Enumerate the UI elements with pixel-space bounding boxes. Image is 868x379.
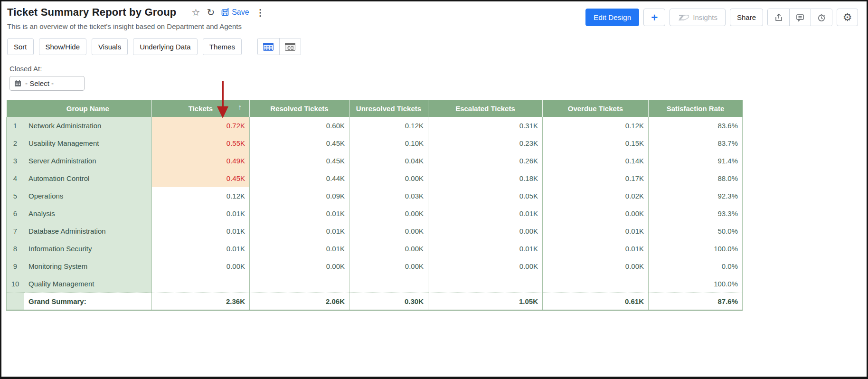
cell-satisfaction[interactable]: 83.7% xyxy=(649,134,743,152)
toolbar-button-visuals[interactable]: Visuals xyxy=(92,38,128,55)
cell-group-name[interactable]: Analysis xyxy=(24,205,152,222)
report-tools-group xyxy=(767,9,832,26)
toolbar-button-show-hide[interactable]: Show/Hide xyxy=(39,38,87,55)
toolbar-button-themes[interactable]: Themes xyxy=(203,38,242,55)
favorite-star-icon[interactable]: ☆ xyxy=(191,8,200,17)
cell-overdue[interactable]: 0.02K xyxy=(543,187,649,205)
cell-escalated[interactable]: 0.26K xyxy=(428,152,543,170)
cell-group-name[interactable]: Automation Control xyxy=(24,170,152,187)
cell-tickets[interactable]: 0.01K xyxy=(152,240,250,257)
column-header-escalated-tickets[interactable]: Escalated Tickets xyxy=(428,100,543,117)
cell-tickets[interactable] xyxy=(152,275,250,293)
cell-resolved[interactable]: 0.01K xyxy=(250,222,349,240)
cell-group-name[interactable]: Network Administration xyxy=(24,117,152,134)
cell-overdue[interactable]: 0.15K xyxy=(543,134,649,152)
cell-tickets[interactable]: 0.72K xyxy=(152,117,250,134)
cell-resolved[interactable]: 0.45K xyxy=(250,152,349,170)
column-header-overdue-tickets[interactable]: Overdue Tickets xyxy=(543,100,649,117)
cell-group-name[interactable]: Information Security xyxy=(24,240,152,257)
cell-overdue[interactable]: 0.01K xyxy=(543,240,649,257)
cell-resolved[interactable]: 0.09K xyxy=(250,187,349,205)
cell-unresolved[interactable] xyxy=(349,275,428,293)
cell-escalated[interactable]: 0.01K xyxy=(428,205,543,222)
cell-satisfaction[interactable]: 92.3% xyxy=(649,187,743,205)
cell-escalated[interactable]: 0.23K xyxy=(428,134,543,152)
share-button[interactable]: Share xyxy=(730,9,763,26)
column-header-satisfaction-rate[interactable]: Satisfaction Rate xyxy=(649,100,743,117)
cell-tickets[interactable]: 0.55K xyxy=(152,134,250,152)
cell-group-name[interactable]: Usability Management xyxy=(24,134,152,152)
refresh-icon[interactable]: ↻ xyxy=(207,8,215,17)
cell-tickets[interactable]: 0.00K xyxy=(152,257,250,275)
cell-escalated[interactable]: 0.05K xyxy=(428,187,543,205)
report-toolbar: SortShow/HideVisualsUnderlying DataTheme… xyxy=(7,38,860,55)
settings-gear-icon[interactable]: ⚙ xyxy=(837,9,858,26)
closed-at-select[interactable]: - Select - xyxy=(9,76,85,91)
cell-escalated[interactable]: 0.00K xyxy=(428,222,543,240)
cell-satisfaction[interactable]: 100.0% xyxy=(649,240,743,257)
cell-unresolved[interactable]: 0.00K xyxy=(349,170,428,187)
cell-satisfaction[interactable]: 93.3% xyxy=(649,205,743,222)
cell-satisfaction[interactable]: 50.0% xyxy=(649,222,743,240)
cell-overdue[interactable]: 0.00K xyxy=(543,205,649,222)
cell-overdue[interactable]: 0.00K xyxy=(543,257,649,275)
cell-unresolved[interactable]: 0.04K xyxy=(349,152,428,170)
cell-unresolved[interactable]: 0.00K xyxy=(349,257,428,275)
cell-overdue[interactable]: 0.17K xyxy=(543,170,649,187)
column-header-resolved-tickets[interactable]: Resolved Tickets xyxy=(250,100,349,117)
cell-satisfaction[interactable]: 100.0% xyxy=(649,275,743,293)
cell-group-name[interactable]: Server Administration xyxy=(24,152,152,170)
cell-group-name[interactable]: Quality Management xyxy=(24,275,152,293)
cell-unresolved[interactable]: 0.00K xyxy=(349,205,428,222)
zia-insights-button[interactable]: Insights xyxy=(670,9,726,26)
cell-escalated[interactable] xyxy=(428,275,543,293)
summary-view-icon[interactable] xyxy=(279,38,301,55)
cell-resolved[interactable] xyxy=(250,275,349,293)
column-header-tickets[interactable]: Tickets↑ xyxy=(152,100,250,117)
cell-escalated[interactable]: 0.01K xyxy=(428,240,543,257)
edit-design-button[interactable]: Edit Design xyxy=(585,9,639,26)
toolbar-button-sort[interactable]: Sort xyxy=(7,38,34,55)
cell-satisfaction[interactable]: 0.0% xyxy=(649,257,743,275)
cell-satisfaction[interactable]: 91.4% xyxy=(649,152,743,170)
cell-resolved[interactable]: 0.45K xyxy=(250,134,349,152)
cell-escalated[interactable]: 0.31K xyxy=(428,117,543,134)
alert-clock-icon[interactable] xyxy=(811,9,832,26)
cell-group-name[interactable]: Monitoring System xyxy=(24,257,152,275)
sort-ascending-icon[interactable]: ↑ xyxy=(238,103,242,112)
export-icon[interactable] xyxy=(768,9,789,26)
cell-unresolved[interactable]: 0.00K xyxy=(349,240,428,257)
table-view-icon[interactable] xyxy=(258,38,279,55)
cell-escalated[interactable]: 0.18K xyxy=(428,170,543,187)
toolbar-button-underlying-data[interactable]: Underlying Data xyxy=(133,38,198,55)
column-header-group-name[interactable]: Group Name xyxy=(24,100,152,117)
cell-tickets[interactable]: 0.12K xyxy=(152,187,250,205)
cell-tickets[interactable]: 0.49K xyxy=(152,152,250,170)
cell-unresolved[interactable]: 0.03K xyxy=(349,187,428,205)
save-button[interactable]: * Save xyxy=(221,8,249,17)
cell-unresolved[interactable]: 0.00K xyxy=(349,222,428,240)
cell-resolved[interactable]: 0.01K xyxy=(250,240,349,257)
cell-overdue[interactable]: 0.14K xyxy=(543,152,649,170)
kebab-menu-icon[interactable]: ⋮ xyxy=(256,8,265,17)
cell-escalated[interactable]: 0.00K xyxy=(428,257,543,275)
cell-overdue[interactable]: 0.01K xyxy=(543,222,649,240)
cell-resolved[interactable]: 0.44K xyxy=(250,170,349,187)
cell-resolved[interactable]: 0.60K xyxy=(250,117,349,134)
cell-tickets[interactable]: 0.45K xyxy=(152,170,250,187)
cell-overdue[interactable] xyxy=(543,275,649,293)
cell-resolved[interactable]: 0.01K xyxy=(250,205,349,222)
cell-group-name[interactable]: Database Administration xyxy=(24,222,152,240)
comment-icon[interactable] xyxy=(789,9,811,26)
cell-tickets[interactable]: 0.01K xyxy=(152,205,250,222)
cell-tickets[interactable]: 0.01K xyxy=(152,222,250,240)
cell-unresolved[interactable]: 0.12K xyxy=(349,117,428,134)
add-button[interactable]: + xyxy=(643,9,665,26)
cell-satisfaction[interactable]: 88.0% xyxy=(649,170,743,187)
cell-overdue[interactable]: 0.12K xyxy=(543,117,649,134)
column-header-unresolved-tickets[interactable]: Unresolved Tickets xyxy=(349,100,428,117)
cell-unresolved[interactable]: 0.10K xyxy=(349,134,428,152)
cell-resolved[interactable]: 0.00K xyxy=(250,257,349,275)
cell-group-name[interactable]: Operations xyxy=(24,187,152,205)
cell-satisfaction[interactable]: 83.6% xyxy=(649,117,743,134)
